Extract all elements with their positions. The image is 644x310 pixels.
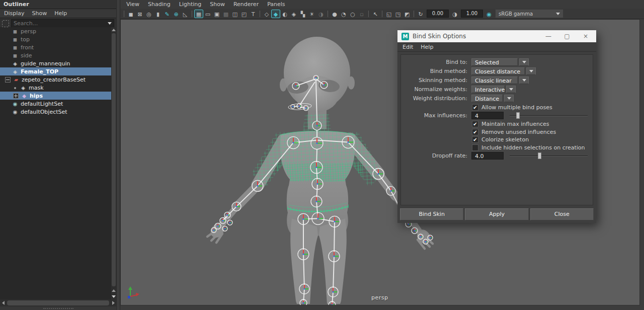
chevron-down-icon[interactable] bbox=[504, 95, 514, 102]
gamma-value[interactable]: 1.00 bbox=[461, 10, 483, 18]
outliner-item-front[interactable]: ◼front bbox=[0, 43, 111, 51]
close-button[interactable]: Close bbox=[530, 208, 594, 220]
chevron-down-icon[interactable] bbox=[519, 58, 529, 66]
chevron-down-icon[interactable] bbox=[526, 67, 536, 75]
chevron-down-icon[interactable] bbox=[108, 22, 112, 25]
resolution-gate-icon[interactable]: ▣ bbox=[212, 10, 221, 18]
film-gate-icon[interactable]: ▭ bbox=[203, 10, 212, 18]
exposure-icon[interactable]: ↻ bbox=[416, 10, 425, 18]
slider-handle[interactable] bbox=[516, 112, 520, 119]
safe-action-icon[interactable]: ◰ bbox=[239, 10, 249, 18]
max-influences-field[interactable]: 4 bbox=[471, 112, 504, 119]
slider-track[interactable] bbox=[510, 156, 588, 157]
camera-attributes-icon[interactable]: ◎ bbox=[144, 10, 153, 18]
outliner-vertical-scrollbar[interactable] bbox=[111, 27, 116, 299]
collapse-icon[interactable] bbox=[5, 77, 11, 83]
screen-space-ao-icon[interactable]: ● bbox=[330, 10, 339, 18]
skinning-method-dropdown[interactable]: Classic linear bbox=[471, 76, 518, 84]
search-input[interactable] bbox=[14, 20, 108, 27]
select-tool-icon[interactable]: ↖ bbox=[371, 10, 380, 18]
close-button[interactable]: × bbox=[578, 33, 593, 40]
outliner-item-persp[interactable]: ◼persp bbox=[0, 27, 111, 35]
outliner-item-female_top[interactable]: ◈Female_TOP bbox=[0, 67, 111, 75]
apply-button[interactable]: Apply bbox=[465, 208, 528, 220]
allow-multiple-bind-poses-checkbox[interactable]: ✔ bbox=[472, 104, 478, 111]
remove-unused-influences-checkbox[interactable]: ✔ bbox=[472, 129, 478, 135]
panel-resize-grip[interactable] bbox=[0, 306, 116, 310]
pan-zoom-2d-icon[interactable]: ⊕ bbox=[172, 10, 181, 18]
shadows-icon[interactable]: ◑ bbox=[316, 10, 326, 18]
menu-view[interactable]: View bbox=[126, 1, 139, 8]
include-hidden-selections-checkbox[interactable] bbox=[472, 144, 478, 151]
bind-skin-button[interactable]: Bind Skin bbox=[400, 208, 463, 220]
chevron-down-icon[interactable] bbox=[506, 86, 516, 93]
grid-icon[interactable]: ▦ bbox=[194, 10, 203, 18]
outliner-horizontal-scrollbar[interactable] bbox=[0, 299, 116, 306]
field-chart-icon[interactable]: ◫ bbox=[230, 10, 239, 18]
outliner-item-defaultobjectset[interactable]: ◉defaultObjectSet bbox=[0, 108, 111, 116]
filter-selection-icon[interactable] bbox=[2, 20, 9, 27]
isolate-select-icon[interactable]: ◱ bbox=[384, 10, 393, 18]
max-influences-slider[interactable] bbox=[510, 112, 588, 119]
colorize-skeleton-checkbox[interactable]: ✔ bbox=[472, 136, 478, 143]
xray-icon[interactable]: ◩ bbox=[403, 10, 412, 18]
select-camera-icon[interactable]: ◼ bbox=[126, 10, 135, 18]
scrollbar-thumb[interactable] bbox=[7, 300, 109, 305]
menu-shading[interactable]: Shading bbox=[148, 1, 171, 8]
panel-splitter[interactable] bbox=[116, 0, 120, 310]
gate-mask-icon[interactable]: ▩ bbox=[221, 10, 230, 18]
minimize-button[interactable]: — bbox=[541, 33, 556, 40]
menu-panels[interactable]: Panels bbox=[267, 1, 285, 8]
outliner-item-zepeto_creatorbaseset[interactable]: ▰zepeto_creatorBaseSet bbox=[0, 75, 111, 84]
grease-pencil-icon[interactable]: ◺ bbox=[181, 10, 190, 18]
bookmark-icon[interactable]: ▮ bbox=[153, 10, 163, 18]
dialog-titlebar[interactable]: M Bind Skin Options — ▢ × bbox=[397, 30, 596, 42]
anti-aliasing-icon[interactable]: ○ bbox=[348, 10, 357, 18]
menu-help[interactable]: Help bbox=[54, 10, 67, 17]
dropoff-rate-field[interactable]: 4.0 bbox=[471, 152, 504, 160]
depth-of-field-icon[interactable]: ▫ bbox=[357, 10, 366, 18]
slider-track[interactable] bbox=[510, 115, 588, 116]
menu-help[interactable]: Help bbox=[421, 44, 433, 50]
menu-renderer[interactable]: Renderer bbox=[233, 1, 259, 8]
dropoff-rate-slider[interactable] bbox=[510, 152, 588, 160]
outliner-item-mask[interactable]: ◈mask bbox=[0, 84, 111, 92]
weight-distribution-dropdown[interactable]: Distance bbox=[471, 95, 503, 102]
outliner-tab[interactable]: Outliner bbox=[0, 0, 116, 9]
safe-title-icon[interactable]: T bbox=[249, 10, 258, 18]
scroll-left-icon[interactable] bbox=[0, 301, 6, 305]
slider-handle[interactable] bbox=[538, 152, 541, 159]
outliner-item-top[interactable]: ◼top bbox=[0, 35, 111, 43]
lock-camera-icon[interactable]: ⊠ bbox=[135, 10, 144, 18]
color-management-icon[interactable]: ◉ bbox=[485, 10, 494, 18]
scroll-right-icon[interactable] bbox=[110, 301, 116, 305]
wireframe-icon[interactable]: ◇ bbox=[262, 10, 271, 18]
menu-show[interactable]: Show bbox=[210, 1, 225, 8]
chevron-down-icon[interactable] bbox=[519, 76, 529, 84]
scroll-up-icon[interactable] bbox=[111, 288, 116, 293]
maintain-max-influences-checkbox[interactable]: ✔ bbox=[472, 121, 478, 127]
bind-method-dropdown[interactable]: Closest distance bbox=[471, 67, 525, 75]
maximize-button[interactable]: ▢ bbox=[559, 33, 575, 40]
menu-edit[interactable]: Edit bbox=[403, 44, 413, 50]
textured-icon[interactable]: ◈ bbox=[289, 10, 298, 18]
normalize-weights-dropdown[interactable]: Interactive bbox=[471, 86, 505, 93]
scrollbar-thumb[interactable] bbox=[112, 33, 116, 286]
gamma-icon[interactable]: ◑ bbox=[450, 10, 459, 18]
isolate-add-icon[interactable]: ◳ bbox=[393, 10, 403, 18]
smooth-shade-all-icon[interactable]: ◆ bbox=[271, 10, 280, 18]
expand-icon[interactable] bbox=[13, 93, 19, 99]
use-all-lights-icon[interactable]: ▚ bbox=[298, 10, 307, 18]
motion-blur-icon[interactable]: ◔ bbox=[339, 10, 348, 18]
image-plane-icon[interactable]: ✎ bbox=[163, 10, 172, 18]
color-space-dropdown[interactable]: sRGB gamma bbox=[495, 9, 564, 18]
scroll-up-icon[interactable] bbox=[111, 27, 116, 33]
default-lighting-icon[interactable]: ☀ bbox=[307, 10, 316, 18]
exposure-value[interactable]: 0.00 bbox=[427, 10, 449, 18]
bind-to-dropdown[interactable]: Selected joints bbox=[471, 58, 518, 66]
search-field[interactable] bbox=[11, 19, 114, 28]
outliner-item-side[interactable]: ◼side bbox=[0, 51, 111, 59]
menu-show[interactable]: Show bbox=[32, 10, 47, 17]
menu-display[interactable]: Display bbox=[4, 10, 25, 17]
outliner-item-defaultlightset[interactable]: ◉defaultLightSet bbox=[0, 100, 111, 108]
